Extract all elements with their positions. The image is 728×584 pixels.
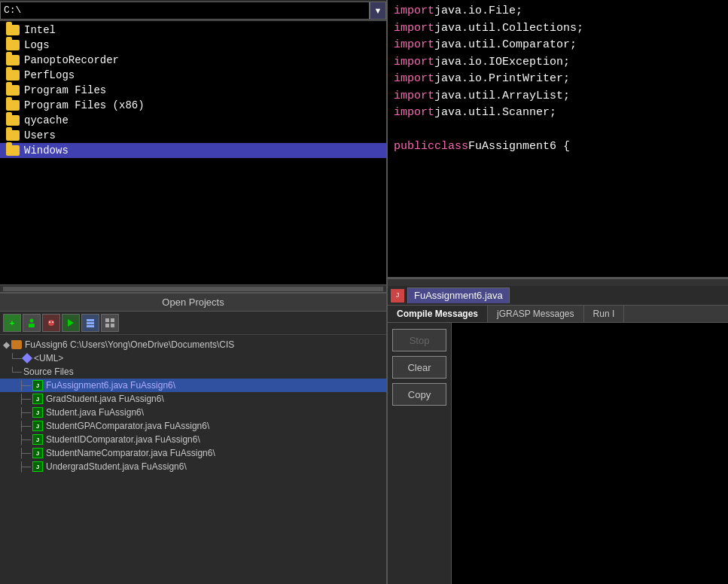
toolbar-bug-button[interactable] [42,314,60,332]
svg-rect-7 [87,322,94,324]
file-item-label: Users [24,129,56,141]
tree-branch-connector: ├─ [18,421,31,431]
code-line: import java.util.ArrayList; [394,88,722,105]
drive-input[interactable] [0,2,370,20]
toolbar-run-button[interactable] [62,314,80,332]
tree-item-label: Student.java FuAssign6\ [46,407,144,418]
messages-panel: Compile MessagesjGRASP MessagesRun I Sto… [388,306,728,584]
file-item-label: Program Files (x86) [24,99,145,111]
project-tree: ◆ FuAssign6 C:\Users\Yong\OneDrive\Docum… [0,335,386,584]
code-line: public class FuAssignment6 { [394,138,722,156]
svg-rect-6 [87,319,94,321]
file-item[interactable]: PanoptoRecorder [0,53,386,68]
clear-button[interactable]: Clear [392,356,446,379]
code-line: import java.io.PrintWriter; [394,71,722,88]
tree-item-label: StudentIDComparator.java FuAssign6\ [46,434,200,445]
tree-branch-connector: ├─ [18,448,31,458]
tree-item[interactable]: ├─ JStudentNameComparator.java FuAssign6… [0,446,386,460]
code-line: import java.io.IOException; [394,54,722,71]
code-editor[interactable]: import java.io.File; import java.util.Co… [388,0,728,278]
java-file-icon: J [32,380,43,391]
file-item[interactable]: qycache [0,113,386,128]
toolbar-chess-button[interactable] [23,314,41,332]
java-file-icon: J [32,448,43,458]
tree-connector: └─ [9,367,22,377]
svg-rect-8 [87,325,94,327]
folder-icon [6,130,20,141]
file-item-label: Windows [24,144,69,157]
file-item[interactable]: PerfLogs [0,68,386,83]
folder-icon [6,85,20,96]
svg-rect-9 [105,318,109,322]
right-panel: import java.io.File; import java.util.Co… [388,0,728,584]
tree-item-label: StudentNameComparator.java FuAssign6\ [46,448,215,458]
java-file-icon: J [32,407,43,418]
tree-item[interactable]: └─ <UML> [0,351,386,365]
folder-icon [6,40,20,50]
code-line [394,122,722,139]
svg-point-2 [48,320,54,326]
folder-icon [6,25,20,35]
tree-branch-connector: ├─ [18,407,31,418]
tree-branch-connector: ├─ [18,434,31,445]
messages-buttons: Stop Clear Copy [388,323,452,584]
tree-item[interactable]: └─ Source Files [0,365,386,379]
code-line: import java.io.File; [394,3,722,20]
java-file-icon: J [32,394,43,404]
tree-connector: └─ [9,353,22,363]
java-file-icon: J [32,461,43,472]
scrollbar-track [3,287,383,291]
tree-item-label: UndergradStudent.java FuAssign6\ [46,461,187,472]
tree-item[interactable]: ├─ JFuAssignment6.java FuAssign6\ [0,379,386,392]
messages-output [452,323,728,584]
messages-tab[interactable]: Compile Messages [388,306,488,322]
file-list: IntelLogsPanoptoRecorderPerfLogsProgram … [0,21,386,284]
messages-tab[interactable]: Run I [584,306,625,322]
code-line: import java.util.Comparator; [394,37,722,54]
file-item[interactable]: Intel [0,23,386,38]
tree-item[interactable]: ├─ JStudentIDComparator.java FuAssign6\ [0,433,386,446]
tree-item-label: GradStudent.java FuAssign6\ [46,394,164,404]
file-item[interactable]: Logs [0,38,386,53]
file-item-label: qycache [24,114,69,126]
tree-item-label: FuAssign6 C:\Users\Yong\OneDrive\Documen… [25,339,234,350]
tab-file-icon: J [391,289,404,303]
file-item[interactable]: Program Files (x86) [0,98,386,113]
tree-item[interactable]: ├─ JGradStudent.java FuAssign6\ [0,392,386,406]
java-file-icon: J [32,421,43,431]
file-item[interactable]: Program Files [0,83,386,98]
tree-item-label: StudentGPAComparator.java FuAssign6\ [46,421,209,431]
tree-item[interactable]: ├─ JUndergradStudent.java FuAssign6\ [0,460,386,473]
tab-bar: J FuAssignment6.java [388,286,728,306]
messages-tab[interactable]: jGRASP Messages [488,306,584,322]
stop-button[interactable]: Stop [392,329,446,351]
toolbar-layers-button[interactable] [81,314,99,332]
svg-rect-11 [105,324,109,327]
left-panel: ▼ IntelLogsPanoptoRecorderPerfLogsProgra… [0,0,388,584]
svg-point-0 [30,319,34,323]
tree-item[interactable]: ◆ FuAssign6 C:\Users\Yong\OneDrive\Docum… [0,338,386,351]
folder-icon [6,115,20,126]
code-line: import java.util.Scanner; [394,105,722,122]
toolbar-grid-button[interactable] [101,314,119,332]
file-scrollbar[interactable] [0,284,386,292]
tree-item-label: <UML> [34,353,63,363]
projects-toolbar: + [0,312,386,335]
tree-item-label: FuAssignment6.java FuAssign6\ [46,380,175,391]
toolbar-add-button[interactable]: + [3,314,21,332]
tree-branch-connector: ├─ [18,461,31,472]
tree-branch-connector: ├─ [18,380,31,391]
tree-item[interactable]: ├─ JStudentGPAComparator.java FuAssign6\ [0,419,386,433]
file-tab[interactable]: FuAssignment6.java [407,287,510,303]
messages-tabs: Compile MessagesjGRASP MessagesRun I [388,306,728,323]
code-hscrollbar[interactable] [388,278,728,286]
copy-button[interactable]: Copy [392,383,446,406]
drive-dropdown-button[interactable]: ▼ [370,2,386,20]
file-item[interactable]: Users [0,128,386,143]
tree-item[interactable]: ├─ JStudent.java FuAssign6\ [0,406,386,419]
svg-marker-5 [68,319,74,327]
file-item[interactable]: Windows [0,143,386,158]
svg-rect-10 [111,318,114,322]
svg-rect-1 [29,324,35,327]
svg-rect-12 [111,324,114,327]
